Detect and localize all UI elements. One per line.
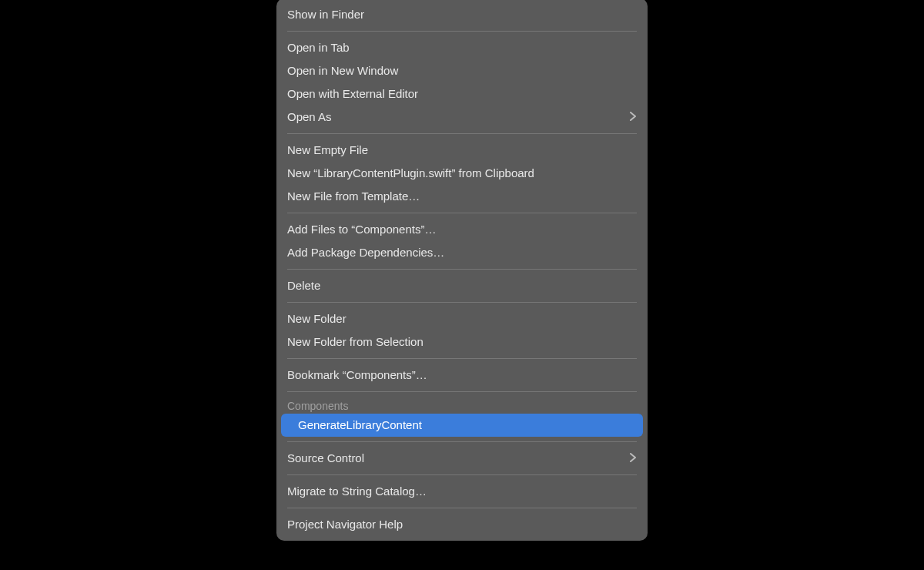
menu-item-add-package-dependencies[interactable]: Add Package Dependencies… xyxy=(276,241,648,264)
menu-separator xyxy=(287,474,637,475)
chevron-right-icon xyxy=(630,109,637,126)
menu-item-open-in-tab[interactable]: Open in Tab xyxy=(276,36,648,59)
chevron-right-icon xyxy=(630,450,637,467)
menu-item-open-in-new-window[interactable]: Open in New Window xyxy=(276,59,648,82)
menu-item-label: Delete xyxy=(287,277,320,294)
section-header-label: Components xyxy=(287,400,348,412)
menu-item-new-from-clipboard[interactable]: New “LibraryContentPlugin.swift” from Cl… xyxy=(276,162,648,185)
menu-item-delete[interactable]: Delete xyxy=(276,274,648,297)
menu-item-label: New Empty File xyxy=(287,142,368,159)
menu-separator xyxy=(287,133,637,134)
menu-item-new-folder[interactable]: New Folder xyxy=(276,307,648,330)
menu-separator xyxy=(287,508,637,508)
section-header-components: Components xyxy=(276,397,648,414)
menu-item-bookmark[interactable]: Bookmark “Components”… xyxy=(276,364,648,387)
menu-item-new-file-from-template[interactable]: New File from Template… xyxy=(276,185,648,208)
menu-item-project-navigator-help[interactable]: Project Navigator Help xyxy=(276,513,648,536)
menu-separator xyxy=(287,269,637,270)
menu-item-label: Migrate to String Catalog… xyxy=(287,483,427,500)
menu-item-label: Add Package Dependencies… xyxy=(287,244,444,261)
menu-item-label: New “LibraryContentPlugin.swift” from Cl… xyxy=(287,165,534,182)
menu-separator xyxy=(287,302,637,303)
menu-item-label: Source Control xyxy=(287,450,364,467)
menu-item-label: Open with External Editor xyxy=(287,86,418,102)
menu-item-migrate-string-catalog[interactable]: Migrate to String Catalog… xyxy=(276,480,648,503)
menu-item-label: Open As xyxy=(287,109,332,126)
menu-item-new-folder-from-selection[interactable]: New Folder from Selection xyxy=(276,330,648,354)
menu-item-label: Open in Tab xyxy=(287,39,350,56)
menu-item-source-control[interactable]: Source Control xyxy=(276,447,648,470)
menu-item-label: New Folder xyxy=(287,310,346,327)
menu-item-label: Project Navigator Help xyxy=(287,516,403,533)
menu-separator xyxy=(287,391,637,392)
menu-item-open-with-external-editor[interactable]: Open with External Editor xyxy=(276,82,648,106)
menu-item-label: Add Files to “Components”… xyxy=(287,221,436,238)
menu-item-label: Open in New Window xyxy=(287,62,398,79)
menu-item-label: GenerateLibraryContent xyxy=(298,418,422,431)
menu-item-add-files[interactable]: Add Files to “Components”… xyxy=(276,218,648,241)
menu-item-show-in-finder[interactable]: Show in Finder xyxy=(276,3,648,26)
menu-separator xyxy=(287,31,637,32)
menu-item-label: New File from Template… xyxy=(287,188,420,205)
menu-separator xyxy=(287,213,637,213)
menu-item-label: Bookmark “Components”… xyxy=(287,367,427,384)
menu-item-label: Show in Finder xyxy=(287,6,364,23)
menu-item-open-as[interactable]: Open As xyxy=(276,106,648,129)
menu-item-generate-library-content[interactable]: GenerateLibraryContent xyxy=(281,414,643,437)
menu-separator xyxy=(287,441,637,442)
context-menu: Show in Finder Open in Tab Open in New W… xyxy=(276,0,648,541)
menu-item-label: New Folder from Selection xyxy=(287,334,424,350)
menu-separator xyxy=(287,358,637,359)
menu-item-new-empty-file[interactable]: New Empty File xyxy=(276,139,648,162)
